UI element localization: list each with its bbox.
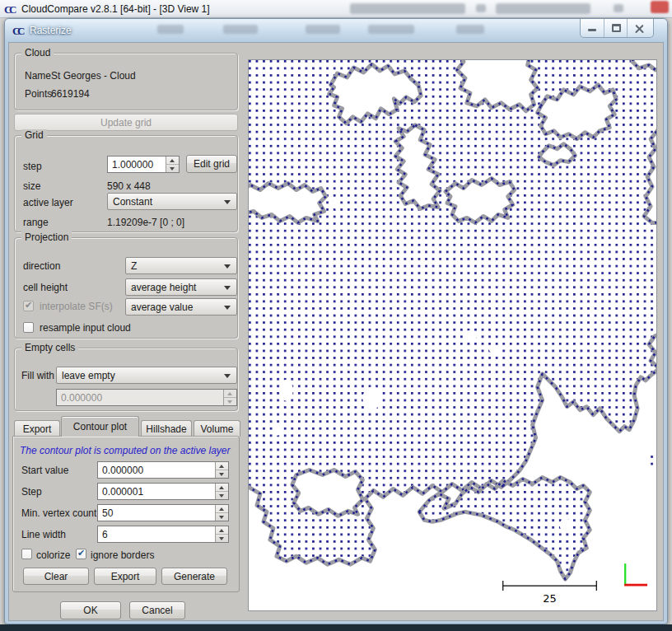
close-button[interactable] <box>627 19 653 37</box>
tab-volume[interactable]: Volume <box>194 420 240 437</box>
clear-label: Clear <box>44 571 68 582</box>
contour-step-label: Step <box>21 486 42 498</box>
background-desktop-strip <box>0 624 672 631</box>
projection-group-title: Projection <box>21 231 72 243</box>
tab-export[interactable]: Export <box>14 420 60 437</box>
spin-down-button[interactable] <box>216 470 228 478</box>
interpolate-sf-checkbox[interactable]: ✔ <box>23 301 34 311</box>
edit-grid-label: Edit grid <box>194 158 230 170</box>
spin-up-button[interactable] <box>216 484 228 492</box>
background-artifact <box>476 4 486 12</box>
arrow-down-icon <box>219 537 224 540</box>
main-window-title: CloudCompare v2.8.1 [64-bit] - [3D View … <box>21 3 210 15</box>
start-value-spinner <box>215 462 228 478</box>
background-artifact <box>157 25 184 34</box>
clear-button[interactable]: Clear <box>23 568 89 585</box>
main-window-titlebar: C C CloudCompare v2.8.1 [64-bit] - [3D V… <box>0 0 672 18</box>
dialog-title: Rasterize <box>30 25 72 36</box>
background-artifact <box>368 25 414 34</box>
cloud-points-value: 6619194 <box>51 88 90 100</box>
arrow-down-icon <box>170 167 175 171</box>
arrow-down-icon <box>219 494 224 498</box>
background-artifact <box>350 3 465 14</box>
line-width-value: 6 <box>102 529 108 540</box>
spin-down-button[interactable] <box>216 492 228 499</box>
fill-with-combo[interactable]: leave empty <box>56 367 237 384</box>
arrow-up-icon <box>170 159 175 162</box>
background-artifact <box>306 25 340 34</box>
resample-checkbox[interactable] <box>23 322 34 333</box>
tab-export-label: Export <box>23 423 52 435</box>
generate-label: Generate <box>174 571 215 582</box>
spin-down-button[interactable] <box>224 398 236 405</box>
direction-combo[interactable]: Z <box>125 257 237 274</box>
ignore-borders-checkbox[interactable]: ✔ <box>76 549 86 559</box>
spin-up-button[interactable] <box>216 462 228 470</box>
spin-up-button[interactable] <box>224 390 236 398</box>
range-value: 1.19209e-7 [0 ; 0] <box>107 217 184 228</box>
tab-contour-plot[interactable]: Contour plot <box>61 416 139 437</box>
contour-step-value: 0.000001 <box>102 486 143 498</box>
ok-button[interactable]: OK <box>60 601 121 619</box>
cloudcompare-logo-icon: C C <box>4 2 18 16</box>
edit-grid-button[interactable]: Edit grid <box>186 155 237 173</box>
arrow-down-icon <box>219 473 224 476</box>
background-artifact <box>614 4 623 12</box>
tab-hillshade[interactable]: Hillshade <box>141 420 192 437</box>
contour-step-input[interactable]: 0.000001 <box>97 483 229 500</box>
cancel-label: Cancel <box>142 605 172 616</box>
spin-down-button[interactable] <box>216 535 228 542</box>
spin-down-button[interactable] <box>216 513 228 521</box>
generate-button[interactable]: Generate <box>161 568 227 585</box>
spin-up-button[interactable] <box>166 157 179 165</box>
start-value-label: Start value <box>21 465 68 476</box>
rasterize-dialog: C C Rasterize Cloud Name St Georges - Cl… <box>4 18 668 624</box>
step-input[interactable]: 1.000000 <box>107 156 180 173</box>
interpolate-sf-combo[interactable]: average value <box>125 298 237 316</box>
dialog-titlebar[interactable]: C C Rasterize <box>5 19 667 42</box>
cell-height-label: cell height <box>23 282 68 293</box>
line-width-spinner <box>215 526 228 542</box>
resample-label: resample input cloud <box>40 322 131 334</box>
arrow-up-icon <box>219 507 224 511</box>
step-label: step <box>23 161 42 172</box>
dialog-window-controls <box>580 19 654 38</box>
active-layer-combo[interactable]: Constant <box>107 193 237 210</box>
empty-cells-group-title: Empty cells <box>21 342 78 353</box>
direction-label: direction <box>23 260 60 272</box>
colorize-label: colorize <box>36 549 70 561</box>
line-width-label: Line width <box>21 529 66 540</box>
update-grid-button[interactable]: Update grid <box>14 114 238 131</box>
background-artifact <box>496 3 590 14</box>
start-value-input[interactable]: 0.000000 <box>97 461 229 479</box>
maximize-icon <box>612 24 621 32</box>
projection-group: Projection direction Z cell height avera… <box>14 237 238 339</box>
direction-value: Z <box>131 260 137 272</box>
cancel-button[interactable]: Cancel <box>129 601 185 619</box>
minimize-button[interactable] <box>581 19 604 37</box>
raster-preview-viewport[interactable]: 25 <box>248 59 657 611</box>
spin-down-button[interactable] <box>166 165 179 172</box>
dialog-client-area: Cloud Name St Georges - Cloud Points 661… <box>8 42 664 621</box>
cloud-points-label: Points <box>25 88 52 100</box>
background-artifact <box>223 25 258 34</box>
export-button[interactable]: Export <box>94 568 156 585</box>
fill-value-input[interactable]: 0.000000 <box>56 389 237 406</box>
screen: C C CloudCompare v2.8.1 [64-bit] - [3D V… <box>0 0 672 631</box>
scale-bar-label: 25 <box>543 592 556 605</box>
check-icon: ✔ <box>25 300 32 311</box>
line-width-input[interactable]: 6 <box>97 526 229 543</box>
maximize-button[interactable] <box>604 19 627 37</box>
cell-height-combo[interactable]: average height <box>125 278 237 296</box>
contour-step-spinner <box>215 484 228 499</box>
min-vertex-input[interactable]: 50 <box>97 504 229 521</box>
colorize-checkbox[interactable] <box>21 549 32 559</box>
min-vertex-value: 50 <box>102 507 113 519</box>
start-value: 0.000000 <box>102 465 143 476</box>
active-layer-value: Constant <box>113 196 152 208</box>
cloud-name-value: St Georges - Cloud <box>51 70 136 82</box>
spin-up-button[interactable] <box>216 526 228 535</box>
spin-up-button[interactable] <box>216 505 228 513</box>
fill-with-value: leave empty <box>62 370 115 381</box>
active-layer-label: active layer <box>23 197 73 208</box>
